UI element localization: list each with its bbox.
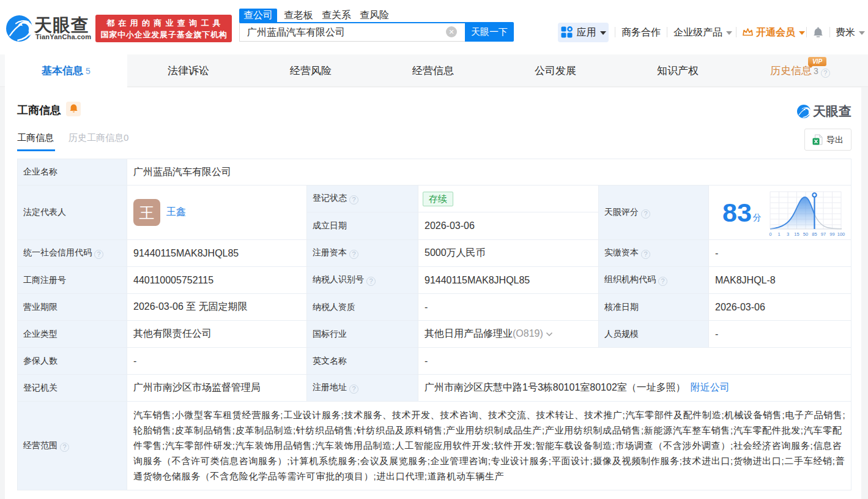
svg-text:1: 1: [777, 231, 780, 237]
svg-text:50: 50: [803, 231, 808, 237]
svg-text:3: 3: [787, 231, 789, 237]
svg-text:0: 0: [769, 231, 771, 237]
svg-text:15: 15: [794, 231, 799, 237]
svg-text:97: 97: [821, 231, 826, 237]
svg-text:85: 85: [812, 231, 817, 237]
svg-text:100: 100: [837, 231, 845, 237]
svg-text:99: 99: [829, 231, 834, 237]
